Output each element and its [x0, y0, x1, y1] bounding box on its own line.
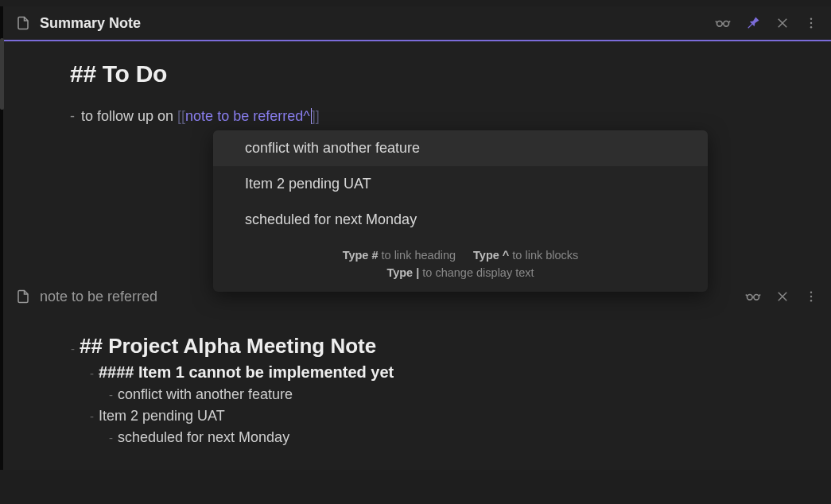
svg-point-10	[748, 295, 753, 300]
document-icon	[16, 289, 30, 304]
close-icon[interactable]	[775, 289, 790, 304]
scrollbar[interactable]	[0, 38, 4, 110]
svg-point-7	[810, 18, 812, 20]
reading-view-icon[interactable]	[715, 15, 731, 31]
bullet-line: - to follow up on [[note to be referred^…	[70, 108, 767, 125]
heading-line: ## To Do	[70, 60, 767, 87]
hint-key: Type |	[386, 266, 419, 279]
more-icon[interactable]	[804, 289, 818, 304]
heading-2: ## Project Alpha Meeting Note	[80, 334, 376, 359]
hint-text: to change display text	[419, 266, 534, 279]
reading-view-icon[interactable]	[745, 289, 761, 304]
more-icon[interactable]	[804, 16, 818, 30]
hint-text: to link heading	[379, 249, 456, 262]
pane-title: Summary Note	[40, 15, 715, 32]
close-icon[interactable]	[775, 16, 790, 30]
autocomplete-item[interactable]: conflict with another feature	[213, 130, 708, 166]
editor-content[interactable]: - ## Project Alpha Meeting Note - #### I…	[3, 315, 831, 470]
list-item: conflict with another feature	[118, 386, 293, 403]
svg-point-9	[810, 26, 812, 28]
bullet-dash: -	[105, 388, 113, 401]
link-close-brackets: ]]	[312, 108, 320, 124]
list-item: Item 2 pending UAT	[99, 408, 225, 425]
svg-point-8	[810, 22, 812, 24]
bullet-dash: -	[86, 409, 94, 423]
svg-line-13	[746, 295, 748, 297]
autocomplete-hints: Type # to link heading Type ^ to link bl…	[213, 238, 708, 292]
hint-key: Type ^	[473, 249, 509, 262]
svg-point-17	[810, 292, 812, 293]
heading-4: #### Item 1 cannot be implemented yet	[99, 363, 394, 382]
svg-point-18	[810, 296, 812, 297]
link-open-brackets: [[	[177, 108, 185, 124]
hint-key: Type #	[343, 249, 379, 262]
hint-text: to link blocks	[509, 249, 578, 262]
svg-point-0	[717, 21, 723, 27]
pane-actions	[745, 289, 818, 304]
document-icon	[16, 16, 30, 30]
bullet-dash: -	[70, 108, 75, 125]
outline-row: - conflict with another feature	[67, 386, 767, 403]
outline-row: - #### Item 1 cannot be implemented yet	[67, 363, 767, 382]
pane-actions	[715, 15, 818, 31]
outline-row: - Item 2 pending UAT	[67, 408, 767, 425]
app-titlebar	[0, 0, 831, 6]
autocomplete-item[interactable]: Item 2 pending UAT	[213, 166, 708, 202]
fold-dash[interactable]: -	[86, 366, 94, 380]
pin-icon[interactable]	[745, 15, 761, 31]
autocomplete-item[interactable]: scheduled for next Monday	[213, 202, 708, 238]
pane-header: Summary Note	[3, 6, 831, 41]
bullet-dash: -	[105, 431, 113, 444]
fold-dash[interactable]: -	[67, 342, 75, 355]
list-item: scheduled for next Monday	[118, 429, 289, 446]
svg-point-1	[724, 21, 729, 27]
outline-row: - scheduled for next Monday	[67, 429, 767, 446]
outline-row: - ## Project Alpha Meeting Note	[67, 334, 767, 359]
svg-point-19	[810, 300, 812, 301]
internal-link[interactable]: note to be referred^	[185, 108, 310, 124]
bullet-text: to follow up on	[81, 108, 177, 124]
svg-line-4	[729, 21, 731, 23]
svg-point-11	[754, 295, 759, 300]
svg-line-14	[759, 295, 761, 297]
pane-referred: note to be referred - ## Project Alpha M…	[0, 280, 831, 470]
svg-line-3	[716, 21, 717, 23]
autocomplete-popup: conflict with another feature Item 2 pen…	[213, 130, 708, 292]
